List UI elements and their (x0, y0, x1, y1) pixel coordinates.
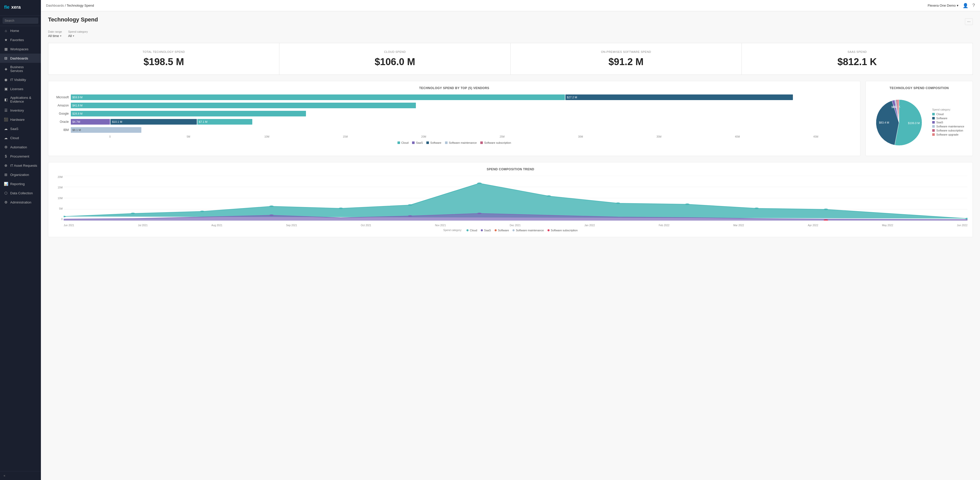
sidebar-item-data-collection[interactable]: ⬡ Data Collection (0, 189, 41, 198)
sidebar-collapse-button[interactable]: « (0, 471, 41, 480)
legend-label: Software (430, 141, 441, 144)
pie-legend: Spend category: CloudSoftwareSaaSSoftwar… (932, 108, 964, 137)
legend-dot (412, 141, 415, 144)
sidebar-item-reporting[interactable]: 📊 Reporting (0, 179, 41, 189)
sidebar-item-label: Inventory (10, 109, 24, 112)
y-tick: 15M (53, 186, 63, 189)
svg-point-15 (477, 182, 482, 184)
trend-svg (64, 176, 967, 220)
main-content: Dashboards / Technology Spend Flexera On… (41, 0, 980, 480)
svg-point-24 (477, 213, 482, 214)
legend-dot (426, 141, 429, 144)
spend-category-filter[interactable]: Spend category All ▾ (68, 30, 88, 38)
sidebar-item-saas[interactable]: ☁ SaaS (0, 124, 41, 133)
x-tick: 5M (149, 135, 228, 138)
charts-row: TECHNOLOGY SPEND BY TOP (5) VENDORS Micr… (48, 81, 973, 156)
kpi-card: CLOUD SPEND $106.0 M (279, 43, 510, 74)
legend-item: Cloud (398, 141, 409, 144)
vendor-label: Google (53, 112, 69, 116)
it-asset-requests-icon: ⊕ (3, 163, 8, 168)
x-tick: 40M (698, 135, 776, 138)
x-tick: 0 (71, 135, 149, 138)
svg-point-14 (408, 204, 412, 206)
user-icon[interactable]: 👤 (963, 3, 968, 8)
y-tick: 0 (53, 218, 63, 220)
search-input[interactable] (3, 17, 38, 24)
sidebar-item-home[interactable]: ⌂ Home (0, 26, 41, 35)
date-range-value: All time (48, 34, 59, 38)
sidebar: fle xera ⌂ Home ★ Favorites ▦ Workspaces… (0, 0, 41, 480)
sidebar-item-procurement[interactable]: $ Procurement (0, 152, 41, 161)
page-content: Technology Spend ··· Date range All time… (41, 11, 980, 480)
bar-row: Oracle$4.7M$10.1 M$7.1 M (53, 119, 855, 125)
topbar-right: Flexera One Demo ▾ 👤 ? (928, 3, 975, 8)
options-button[interactable]: ··· (965, 18, 973, 25)
sidebar-item-it-visibility[interactable]: ◉ IT Visibility (0, 75, 41, 84)
sidebar-item-label: Data Collection (10, 191, 33, 195)
vendor-label: IBM (53, 128, 69, 132)
svg-point-17 (616, 203, 620, 204)
breadcrumb-parent[interactable]: Dashboards (46, 3, 64, 7)
svg-point-9 (64, 216, 66, 217)
sidebar-item-applications[interactable]: ◧ Applications & Evidence (0, 93, 41, 106)
sidebar-item-workspaces[interactable]: ▦ Workspaces (0, 44, 41, 54)
x-tick: 20M (385, 135, 463, 138)
kpi-value: $106.0 M (285, 56, 505, 67)
bar-chart: Microsoft$59.9 M$27.2 MAmazon$41.8 MGoog… (53, 95, 855, 138)
legend-label: SaaS (416, 141, 423, 144)
date-range-filter[interactable]: Date range All time ▾ (48, 30, 62, 38)
sidebar-item-favorites[interactable]: ★ Favorites (0, 35, 41, 44)
pie-legend-dot (932, 121, 935, 124)
sidebar-item-it-asset-requests[interactable]: ⊕ IT Asset Requests (0, 161, 41, 170)
x-tick: 25M (463, 135, 541, 138)
sidebar-item-dashboards[interactable]: ⊟ Dashboards (0, 54, 41, 63)
pie-legend-text: Software upgrade (936, 133, 959, 136)
bar-saas: $4.7M (71, 119, 110, 125)
sidebar-item-inventory[interactable]: ☰ Inventory (0, 106, 41, 115)
sidebar-item-label: Administration (10, 200, 31, 204)
home-icon: ⌂ (3, 29, 8, 33)
help-icon[interactable]: ? (972, 3, 975, 8)
x-tick: Mar 2022 (733, 224, 744, 227)
pie-legend-item: Software upgrade (932, 133, 964, 136)
chevron-down-icon: ▾ (73, 35, 74, 37)
nav-items: ⌂ Home ★ Favorites ▦ Workspaces ⊟ Dashbo… (0, 26, 41, 207)
legend-item: Software maintenance (445, 141, 477, 144)
business-services-icon: ◈ (3, 67, 8, 71)
sidebar-search[interactable] (0, 16, 41, 26)
sidebar-item-label: Licenses (10, 87, 23, 91)
bar-software: $27.2 M (565, 95, 793, 100)
it-visibility-icon: ◉ (3, 78, 8, 82)
x-tick: 45M (776, 135, 855, 138)
x-tick: Jun 2021 (64, 224, 74, 227)
inventory-icon: ☰ (3, 108, 8, 112)
sidebar-item-licenses[interactable]: ▣ Licenses (0, 84, 41, 93)
bar-cloud: $59.9 M (71, 95, 565, 100)
x-tick: Jun 2022 (957, 224, 967, 227)
sidebar-item-label: Hardware (10, 118, 25, 122)
tenant-selector[interactable]: Flexera One Demo ▾ (928, 3, 959, 7)
pie-legend-dot (932, 129, 935, 132)
administration-icon: ⚙ (3, 200, 8, 204)
trend-legend-label: SaaS (484, 229, 491, 232)
bar-row: IBM$8.1 M (53, 127, 855, 133)
sidebar-item-business-services[interactable]: ◈ Business Services (0, 63, 41, 75)
svg-point-11 (200, 211, 205, 212)
sidebar-item-organization[interactable]: ⊞ Organization (0, 170, 41, 179)
sidebar-item-automation[interactable]: ⚙ Automation (0, 143, 41, 152)
sidebar-item-administration[interactable]: ⚙ Administration (0, 198, 41, 207)
svg-text:xera: xera (11, 5, 21, 10)
svg-point-13 (339, 208, 343, 209)
bar-cloud: $28.8 M (71, 111, 306, 116)
kpi-card: TOTAL TECHNOLOGY SPEND $198.5 M (48, 43, 279, 74)
bar-cloud: $7.1 M (197, 119, 252, 125)
sidebar-item-label: SaaS (10, 127, 18, 131)
svg-point-18 (685, 203, 690, 205)
pie-legend-item: Software (932, 117, 964, 120)
kpi-label: CLOUD SPEND (285, 50, 505, 53)
automation-icon: ⚙ (3, 145, 8, 149)
sidebar-item-hardware[interactable]: ⬛ Hardware (0, 115, 41, 124)
pie-section: $106.0 M$83.4 M$0.8M$6.4K Spend category… (871, 95, 967, 150)
kpi-card: SAAS SPEND $812.1 K (742, 43, 973, 74)
sidebar-item-cloud[interactable]: ☁ Cloud (0, 133, 41, 143)
